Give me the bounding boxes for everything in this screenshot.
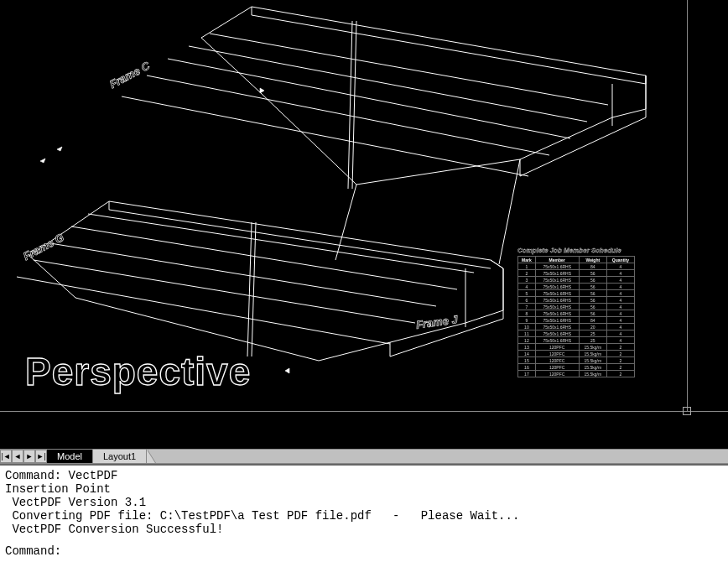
table-cell: 16: [518, 364, 536, 371]
cmd-line: VectPDF Version 3.1: [5, 496, 723, 509]
table-cell: 15.5kg/m: [579, 351, 606, 357]
table-cell: 75x50x1.6RHS: [535, 304, 579, 310]
table-cell: 2: [607, 351, 635, 357]
drawing-viewport[interactable]: Perspective Frame C Frame G Frame J Comp…: [0, 0, 728, 449]
table-cell: 2: [607, 344, 635, 351]
table-cell: 4: [518, 284, 536, 290]
table-cell: 56: [579, 270, 606, 277]
table-cell: 56: [579, 304, 606, 310]
table-cell: 25: [579, 337, 606, 344]
table-cell: 10: [518, 324, 536, 330]
table-row: 17120PFC15.5kg/m2: [518, 371, 635, 377]
table-cell: 2: [607, 357, 635, 364]
tab-nav-next[interactable]: ►: [23, 450, 35, 463]
table-cell: 120PFC: [535, 371, 579, 377]
table-cell: 3: [518, 277, 536, 284]
table-cell: 1: [518, 263, 536, 270]
table-row: 1075x50x1.6RHS204: [518, 324, 635, 330]
schedule-header: Quantity: [607, 257, 635, 263]
table-cell: 15.5kg/m: [579, 357, 606, 364]
table-row: 975x50x1.6RHS844: [518, 317, 635, 324]
table-cell: 15.5kg/m: [579, 371, 606, 377]
crosshair-vertical: [687, 0, 688, 411]
schedule-header: Weight: [579, 257, 606, 263]
view-title: Perspective: [25, 349, 251, 394]
schedule-header: Member: [535, 257, 579, 263]
table-row: 15120PFC15.5kg/m2: [518, 357, 635, 364]
table-row: 275x50x1.6RHS564: [518, 270, 635, 277]
table-cell: 6: [518, 297, 536, 304]
crosshair-horizontal: [0, 411, 728, 412]
table-cell: 4: [607, 304, 635, 310]
table-cell: 15.5kg/m: [579, 364, 606, 371]
schedule-grid: MarkMemberWeightQuantity 175x50x1.6RHS84…: [517, 256, 635, 377]
table-cell: 4: [607, 317, 635, 324]
schedule-header: Mark: [518, 257, 536, 263]
table-row: 575x50x1.6RHS564: [518, 290, 635, 297]
table-cell: 7: [518, 304, 536, 310]
table-cell: 4: [607, 290, 635, 297]
table-row: 375x50x1.6RHS564: [518, 277, 635, 284]
tab-nav-group: |◄ ◄ ► ►|: [0, 450, 47, 463]
table-cell: 8: [518, 310, 536, 317]
table-cell: 75x50x1.6RHS: [535, 284, 579, 290]
cmd-line: VectPDF Conversion Successful!: [5, 523, 723, 536]
table-cell: 4: [607, 324, 635, 330]
table-cell: 4: [607, 263, 635, 270]
cmd-line: Converting PDF file: C:\TestPDF\a Test P…: [5, 509, 723, 523]
table-cell: 75x50x1.6RHS: [535, 290, 579, 297]
table-cell: 84: [579, 263, 606, 270]
table-row: 16120PFC15.5kg/m2: [518, 364, 635, 371]
table-cell: 75x50x1.6RHS: [535, 330, 579, 337]
table-cell: 120PFC: [535, 364, 579, 371]
command-window[interactable]: Command: VectPDF Insertion Point VectPDF…: [0, 464, 728, 562]
cmd-line: Command: VectPDF: [5, 469, 723, 482]
table-cell: 15.5kg/m: [579, 344, 606, 351]
tab-nav-prev[interactable]: ◄: [12, 450, 23, 463]
table-row: 1275x50x1.6RHS254: [518, 337, 635, 344]
table-row: 775x50x1.6RHS564: [518, 304, 635, 310]
table-cell: 2: [607, 364, 635, 371]
table-cell: 75x50x1.6RHS: [535, 310, 579, 317]
member-schedule-table: Complete Job Member Schedule MarkMemberW…: [517, 247, 635, 377]
table-cell: 75x50x1.6RHS: [535, 270, 579, 277]
table-cell: 4: [607, 270, 635, 277]
table-cell: 56: [579, 297, 606, 304]
table-row: 1175x50x1.6RHS254: [518, 330, 635, 337]
table-cell: 56: [579, 277, 606, 284]
table-cell: 120PFC: [535, 344, 579, 351]
tab-layout1[interactable]: Layout1: [93, 450, 147, 463]
tab-model[interactable]: Model: [47, 450, 93, 463]
table-cell: 2: [607, 371, 635, 377]
table-cell: 4: [607, 297, 635, 304]
table-cell: 75x50x1.6RHS: [535, 277, 579, 284]
tab-edge-decoration: [147, 450, 155, 463]
table-cell: 11: [518, 330, 536, 337]
table-cell: 2: [518, 270, 536, 277]
table-cell: 13: [518, 344, 536, 351]
tab-nav-last[interactable]: ►|: [35, 450, 47, 463]
table-cell: 15: [518, 357, 536, 364]
table-row: 175x50x1.6RHS844: [518, 263, 635, 270]
table-cell: 56: [579, 284, 606, 290]
table-cell: 84: [579, 317, 606, 324]
table-cell: 75x50x1.6RHS: [535, 297, 579, 304]
table-cell: 4: [607, 277, 635, 284]
table-cell: 4: [607, 330, 635, 337]
table-cell: 4: [607, 310, 635, 317]
table-cell: 25: [579, 330, 606, 337]
table-cell: 75x50x1.6RHS: [535, 337, 579, 344]
table-cell: 75x50x1.6RHS: [535, 317, 579, 324]
table-cell: 5: [518, 290, 536, 297]
cmd-line: Insertion Point: [5, 482, 723, 496]
table-cell: 120PFC: [535, 351, 579, 357]
table-cell: 4: [607, 337, 635, 344]
table-cell: 17: [518, 371, 536, 377]
table-cell: 56: [579, 310, 606, 317]
table-row: 875x50x1.6RHS564: [518, 310, 635, 317]
crosshair-pickbox: [683, 407, 691, 415]
tab-nav-first[interactable]: |◄: [0, 450, 12, 463]
table-cell: 4: [607, 284, 635, 290]
cmd-prompt[interactable]: Command:: [5, 544, 723, 558]
table-cell: 12: [518, 337, 536, 344]
